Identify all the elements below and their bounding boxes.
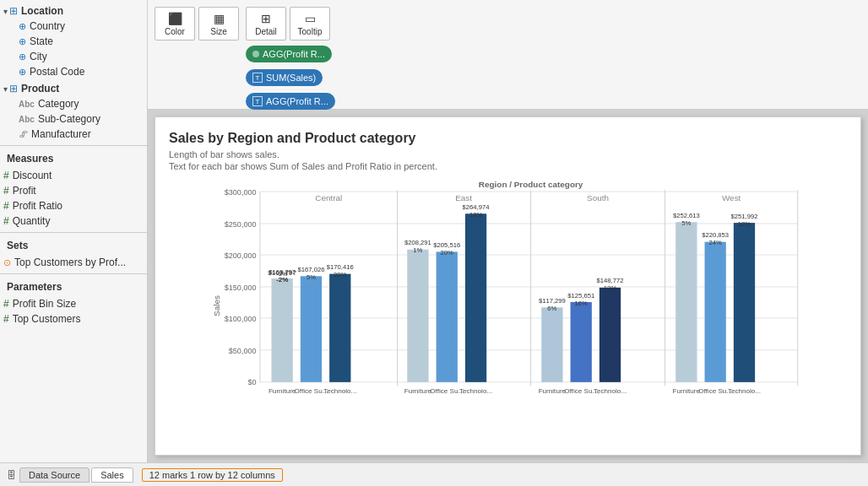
pill-icon-3: T [252,96,263,106]
tab-datasource[interactable]: Data Source [19,467,90,483]
sets-section: Sets ⊙ Top Customers by Prof... [0,236,147,270]
quantity-label: Quantity [13,215,51,227]
chart-svg: Sales $300,000 $250,000 $200,000 $150,00… [169,176,847,413]
svg-text:5%: 5% [681,219,691,227]
location-state[interactable]: ⊕ State [15,34,147,49]
svg-text:20%: 20% [334,271,347,278]
pill-row-2: T SUM(Sales) [246,68,335,88]
bar-central-tech [329,274,350,382]
product-header[interactable]: ▾ ⊞ Product [0,81,147,96]
profit-label: Profit [13,185,36,197]
size-icon: ▦ [214,12,225,25]
location-icon: ⊞ [9,5,18,17]
svg-text:16%: 16% [575,300,589,307]
product-manufacturer[interactable]: 🖇 Manufacturer [15,127,147,142]
svg-text:$125,651: $125,651 [567,292,594,300]
pill-agg-profit-2[interactable]: T AGG(Profit R... [246,93,335,110]
bar-west-furniture [675,222,697,382]
detail-button[interactable]: ⊞ Detail [246,7,286,40]
location-header[interactable]: ▾ ⊞ Location [0,3,147,19]
location-chevron: ▾ [3,7,8,16]
hash-icon-3: # [3,200,9,212]
marks-toolbar: ⬛ Color ▦ Size ⊞ Detail ▭ Tooltip [148,0,868,110]
bar-south-tech [599,288,621,382]
tab-sales[interactable]: Sales [91,467,133,483]
svg-text:$170,416: $170,416 [327,263,354,271]
bar-south-office [571,302,592,382]
svg-text:5%: 5% [307,273,316,281]
svg-text:Furniture: Furniture [539,387,567,395]
measure-profit[interactable]: # Profit [0,183,147,198]
tooltip-button[interactable]: ▭ Tooltip [290,7,330,40]
location-city[interactable]: ⊕ City [15,49,147,64]
location-label: Location [21,5,63,17]
pill-agg-profit[interactable]: AGG(Profit R... [246,46,332,62]
divider-3 [0,273,147,274]
country-label: Country [30,20,65,32]
location-children: ⊕ Country ⊕ State ⊕ City ⊕ Postal Code [0,19,147,79]
sets-header: Sets [0,236,147,255]
product-category[interactable]: Abc Category [15,96,147,111]
svg-text:Technolo...: Technolo... [323,387,356,395]
svg-text:$167,026: $167,026 [297,266,324,273]
param-top-customers[interactable]: # Top Customers [0,311,147,327]
location-postal[interactable]: ⊕ Postal Code [15,64,147,79]
product-icon: ⊞ [9,83,18,94]
svg-text:13%: 13% [604,284,617,292]
bar-east-tech [465,213,486,382]
svg-text:$100,000: $100,000 [225,315,257,323]
size-button[interactable]: ▦ Size [198,7,239,40]
globe-icon: ⊕ [19,21,26,32]
set-top-customers[interactable]: ⊙ Top Customers by Prof... [0,255,147,270]
svg-text:$163,797: $163,797 [269,268,296,276]
svg-text:Region / Product category: Region / Product category [479,180,583,189]
svg-text:$252,613: $252,613 [673,212,700,219]
profit-bin-label: Profit Bin Size [13,298,76,310]
chart-container: Sales by Region and Product category Len… [155,116,861,456]
svg-text:East: East [455,193,472,202]
hash-icon-2: # [3,185,9,197]
svg-text:Technolo...: Technolo... [594,387,627,395]
globe-icon-3: ⊕ [19,51,26,62]
abc-icon-2: Abc [19,115,35,124]
chart-subtitle-1: Length of bar shows sales. [169,149,847,159]
svg-text:Furniture: Furniture [269,387,296,395]
color-button[interactable]: ⬛ Color [155,7,195,40]
status-text: 12 marks 1 row by 12 columns [142,468,283,482]
svg-text:6%: 6% [547,305,556,312]
svg-text:$250,000: $250,000 [225,220,257,229]
pill-row-3: T AGG(Profit R... [246,91,335,111]
hash-icon-1: # [3,170,9,181]
svg-text:18%: 18% [738,220,751,228]
measure-quantity[interactable]: # Quantity [0,213,147,229]
divider-2 [0,232,147,233]
measure-discount[interactable]: # Discount [0,168,147,183]
svg-text:Technolo...: Technolo... [728,387,761,395]
param-profit-bin[interactable]: # Profit Bin Size [0,296,147,311]
bar-west-office [705,242,726,382]
pill-icon-2: T [252,73,263,83]
chart-title: Sales by Region and Product category [169,131,847,146]
globe-icon-2: ⊕ [19,36,26,47]
top-customers-label: Top Customers [13,313,81,325]
svg-text:-2%: -2% [276,276,288,284]
measure-profit-ratio[interactable]: # Profit Ratio [0,198,147,213]
svg-text:$117,299: $117,299 [539,297,566,305]
size-label: Size [210,27,226,36]
hash-icon-5: # [3,298,9,310]
location-country[interactable]: ⊕ Country [15,19,147,34]
tooltip-icon: ▭ [305,12,316,25]
db-icon: 🗄 [7,470,16,480]
svg-text:West: West [722,193,741,202]
svg-text:$148,772: $148,772 [597,277,624,284]
svg-text:$251,992: $251,992 [731,213,758,220]
svg-text:$300,000: $300,000 [225,188,257,197]
pill-sum-sales[interactable]: T SUM(Sales) [246,69,323,86]
parameters-header: Parameters [0,278,147,296]
bar-east-office [437,251,458,381]
pill-row-1: AGG(Profit R... [246,44,335,64]
bar-south-furniture [541,307,562,382]
measures-header: Measures [0,149,147,168]
category-label: Category [38,98,79,110]
product-subcategory[interactable]: Abc Sub-Category [15,111,147,127]
